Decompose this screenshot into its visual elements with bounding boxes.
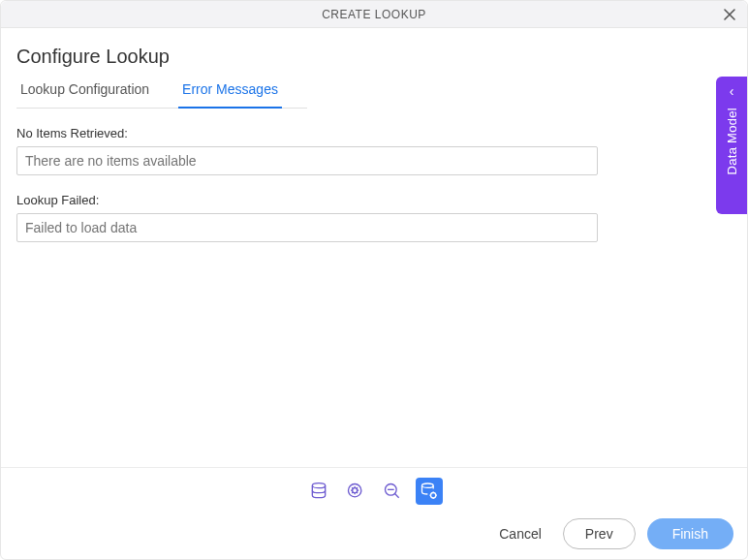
dialog-content: Configure Lookup Lookup Configuration Er…: [1, 28, 747, 467]
svg-point-0: [312, 483, 325, 488]
dialog-title: CREATE LOOKUP: [322, 8, 426, 21]
dialog-footer: Cancel Prev Finish: [1, 467, 747, 559]
wizard-step-icons: [15, 474, 733, 509]
data-model-panel-toggle[interactable]: ‹ Data Model: [716, 77, 747, 214]
step-settings-icon[interactable]: [342, 478, 369, 505]
no-items-label: No Items Retrieved:: [16, 126, 732, 140]
field-no-items-retrieved: No Items Retrieved:: [16, 126, 732, 175]
titlebar: CREATE LOOKUP: [1, 1, 747, 28]
cancel-button[interactable]: Cancel: [489, 520, 551, 547]
tab-bar: Lookup Configuration Error Messages: [16, 81, 307, 109]
zoom-out-icon: [383, 482, 402, 501]
lookup-failed-input[interactable]: [16, 213, 598, 242]
gear-search-icon: [346, 482, 365, 501]
svg-line-5: [395, 494, 399, 498]
close-button[interactable]: [720, 5, 739, 24]
page-title: Configure Lookup: [16, 46, 732, 68]
prev-button[interactable]: Prev: [563, 518, 636, 549]
svg-point-7: [431, 493, 436, 498]
step-datasource-icon[interactable]: [305, 478, 332, 505]
tab-lookup-configuration[interactable]: Lookup Configuration: [16, 81, 153, 108]
step-configure-lookup-icon[interactable]: [416, 478, 443, 505]
footer-buttons: Cancel Prev Finish: [15, 518, 733, 549]
svg-point-6: [422, 483, 434, 487]
finish-button[interactable]: Finish: [647, 518, 733, 549]
no-items-input[interactable]: [16, 146, 598, 175]
data-model-label: Data Model: [725, 108, 739, 174]
tab-error-messages[interactable]: Error Messages: [178, 81, 282, 109]
step-zoom-icon[interactable]: [379, 478, 406, 505]
create-lookup-dialog: CREATE LOOKUP Configure Lookup Lookup Co…: [0, 0, 748, 560]
field-lookup-failed: Lookup Failed:: [16, 193, 732, 242]
close-icon: [723, 8, 736, 21]
svg-point-1: [349, 484, 361, 497]
lookup-failed-label: Lookup Failed:: [16, 193, 732, 207]
chevron-left-icon: ‹: [730, 84, 734, 98]
database-icon: [309, 482, 328, 501]
database-gear-icon: [420, 482, 439, 501]
